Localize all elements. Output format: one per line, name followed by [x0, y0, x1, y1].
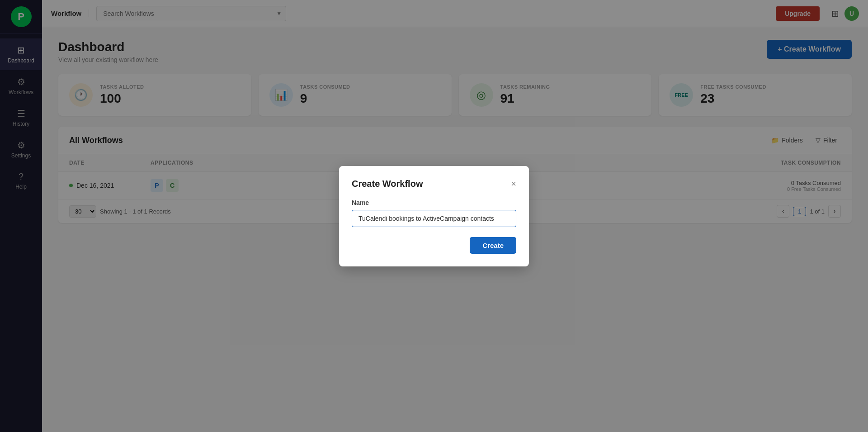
- modal-name-label: Name: [352, 199, 516, 206]
- modal-create-button[interactable]: Create: [470, 237, 516, 254]
- modal-header: Create Workflow ×: [352, 179, 516, 189]
- modal-footer: Create: [352, 237, 516, 254]
- modal-close-button[interactable]: ×: [511, 179, 516, 188]
- modal-title: Create Workflow: [352, 179, 423, 189]
- create-workflow-modal: Create Workflow × Name Create: [339, 166, 529, 266]
- modal-overlay[interactable]: Create Workflow × Name Create: [0, 0, 868, 432]
- workflow-name-input[interactable]: [352, 210, 516, 227]
